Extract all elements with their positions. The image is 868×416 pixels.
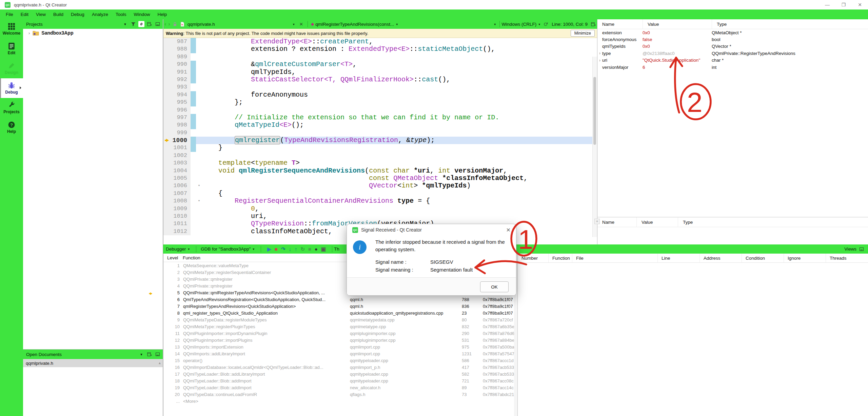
sidebar-item-debug[interactable]: Debug — [0, 78, 23, 98]
open-document-item[interactable]: qqmlprivate.h ▲ — [23, 359, 163, 367]
editor-vertical-scrollbar[interactable] — [592, 57, 597, 237]
dialog-title-bar[interactable]: QC Signal Received - Qt Creator ✕ — [347, 224, 516, 236]
menu-help[interactable]: Help — [154, 12, 171, 17]
code-line[interactable]: 1006▾ QVector<int> *qmlTypeIds) — [163, 182, 597, 190]
menu-view[interactable]: View — [32, 12, 50, 17]
stack-row[interactable]: 17QQmlTypeLoader::Blob::addLibraryImport… — [163, 371, 517, 377]
chevron-down-icon[interactable]: ▾ — [188, 247, 190, 251]
line-number-gutter[interactable]: 1005 — [163, 175, 191, 182]
stack-column-level[interactable]: Level — [163, 255, 183, 260]
views-dropdown-icon[interactable] — [859, 246, 865, 252]
code-line[interactable]: 992 StaticCastSelector<T, QQmlFinalizerH… — [163, 76, 597, 83]
locals-column-name[interactable]: Name — [597, 19, 643, 29]
filter-icon[interactable] — [130, 21, 136, 27]
line-number-gutter[interactable]: 1012 — [163, 228, 191, 235]
debug-engine-selector[interactable]: GDB for "Sandbox3App" — [201, 246, 251, 252]
dialog-close-icon[interactable]: ✕ — [506, 227, 511, 233]
threads-label[interactable]: Th — [334, 246, 339, 252]
line-number-gutter[interactable]: 1002 — [163, 152, 191, 159]
expressions-column-value[interactable]: Value — [636, 217, 678, 227]
sidebar-item-projects[interactable]: Projects — [0, 98, 23, 118]
line-number-gutter[interactable]: 989 — [163, 53, 191, 61]
line-number-gutter[interactable]: 997 — [163, 114, 191, 121]
stop-icon[interactable]: ■ — [275, 246, 278, 252]
code-line[interactable]: 1010 uri, — [163, 213, 597, 220]
menu-analyze[interactable]: Analyze — [88, 12, 112, 17]
menu-edit[interactable]: Edit — [17, 12, 32, 17]
collapse-panel-icon[interactable] — [155, 351, 161, 357]
code-line[interactable]: 1009 0, — [163, 205, 597, 213]
continue-icon[interactable]: ▶ — [267, 246, 271, 252]
line-number-gutter[interactable]: 992 — [163, 76, 191, 83]
stack-row[interactable]: 8qml_register_types_QtQuick_Studio_Appli… — [163, 310, 517, 316]
line-number-gutter[interactable]: 1006 — [163, 182, 191, 190]
stack-row[interactable]: 13QQmlImports::importExtensionqqmlimport… — [163, 343, 517, 350]
forward-icon[interactable]: › — [168, 21, 170, 27]
code-line[interactable]: 987 ExtendedType<E>::createParent, — [163, 38, 597, 45]
open-file-tab[interactable]: qqmlprivate.h — [188, 22, 215, 27]
stack-row[interactable]: 12QQmlPluginImporter::importPluginsqqmlp… — [163, 337, 517, 343]
menu-file[interactable]: File — [2, 12, 17, 17]
line-number-gutter[interactable]: 1003 — [163, 159, 191, 167]
line-number-gutter[interactable]: 993 — [163, 83, 191, 91]
breakpoints-column-address[interactable]: Address — [699, 254, 742, 262]
sidebar-item-help[interactable]: ?Help — [0, 118, 23, 137]
annotate-icon[interactable] — [544, 22, 548, 27]
stack-row[interactable]: 11QQmlPluginImporter::importDynamicPlugi… — [163, 330, 517, 337]
minimize-window-button[interactable]: — — [819, 0, 835, 9]
expand-chevron-icon[interactable]: › — [597, 58, 602, 63]
stack-row[interactable]: 10QQmlMetaType::registerPluginTypesqqmlm… — [163, 323, 517, 330]
close-window-button[interactable]: ✕ — [852, 0, 868, 9]
symbol-dropdown[interactable]: qmlRegisterTypeAndRevisions(const... — [315, 22, 394, 27]
line-number-gutter[interactable]: 998 — [163, 121, 191, 129]
code-line[interactable]: 998 qMetaTypeId<E>(); — [163, 121, 597, 129]
line-number-gutter[interactable]: 1007 — [163, 190, 191, 197]
code-line[interactable]: 1007 { — [163, 190, 597, 197]
locals-column-type[interactable]: Type — [712, 19, 868, 29]
chevron-down-icon[interactable]: ▾ — [494, 22, 496, 26]
breakpoints-column-number[interactable]: Number — [518, 254, 548, 262]
sync-with-editor-icon[interactable] — [138, 21, 144, 27]
sidebar-item-welcome[interactable]: Welcome — [0, 19, 23, 39]
line-number-gutter[interactable]: 1011 — [163, 220, 191, 227]
stack-row[interactable]: 16QQmlImportDatabase::locateLocalQmldir<… — [163, 364, 517, 371]
breakpoints-column-threads[interactable]: Threads — [826, 254, 865, 262]
expand-chevron-icon[interactable]: › — [28, 31, 30, 36]
locals-row[interactable]: extension0x0QMetaObject * — [597, 29, 868, 36]
stack-column-function[interactable]: Function — [183, 255, 200, 260]
code-line[interactable]: 996 — [163, 106, 597, 114]
splitter-handle-icon[interactable]: + — [594, 219, 600, 224]
line-number-gutter[interactable]: 996 — [163, 106, 191, 114]
line-number-gutter[interactable]: 994 — [163, 91, 191, 99]
code-line[interactable]: 1004 void qmlRegisterSequenceAndRevision… — [163, 167, 597, 175]
line-number-gutter[interactable]: 990 — [163, 61, 191, 68]
code-line[interactable]: 988 extension ? extension : ExtendedType… — [163, 45, 597, 53]
code-line[interactable]: 990 &qmlCreateCustomParser<T>, — [163, 61, 597, 68]
minimize-warning-button[interactable]: Minimize — [571, 30, 595, 37]
collapse-panel-icon[interactable] — [155, 21, 161, 27]
restart-icon[interactable]: ↻ — [300, 246, 305, 252]
code-line[interactable]: 993 — [163, 83, 597, 91]
code-line[interactable]: 1008▾ RegisterSequentialContainerAndRevi… — [163, 197, 597, 205]
stack-row[interactable]: 19QQmlTypeLoader::Blob::addImportnew_all… — [163, 384, 517, 391]
stack-row[interactable]: 7qmlRegisterTypesAndRevisions<QuickStudi… — [163, 303, 517, 310]
stack-row[interactable]: 6QmlTypeAndRevisionsRegistration<QuickSt… — [163, 296, 517, 303]
instruction-wise-icon[interactable]: ≡ — [308, 246, 311, 252]
locals-row[interactable]: ›uri"QtQuick.Studio.Application"char * — [597, 57, 868, 64]
perspective-selector[interactable]: Debugger — [166, 246, 186, 252]
code-line[interactable]: 997 // Initialize the extension so that … — [163, 114, 597, 121]
locals-row[interactable]: ›type@0x2138ffaac0QQmlPrivate::RegisterT… — [597, 50, 868, 57]
code-line[interactable]: 1000 qmlregister(TypeAndRevisionsRegistr… — [163, 137, 597, 144]
project-tree-item[interactable]: › Sandbox3App — [23, 29, 163, 37]
chevron-down-icon[interactable]: ▾ — [122, 21, 128, 27]
expressions-column-name[interactable]: Name — [597, 217, 636, 227]
breakpoints-column-file[interactable]: File — [572, 254, 657, 262]
line-number-gutter[interactable]: 991 — [163, 68, 191, 76]
breakpoints-column-ignore[interactable]: Ignore — [784, 254, 826, 262]
code-editor[interactable]: 987 ExtendedType<E>::createParent,988 ex… — [163, 38, 597, 237]
code-line[interactable]: 1001 } — [163, 144, 597, 152]
split-panel-icon[interactable] — [146, 351, 153, 357]
locals-row[interactable]: qmlTypeIds0x0QVector * — [597, 43, 868, 50]
sidebar-item-design[interactable]: Design — [0, 59, 23, 78]
menu-build[interactable]: Build — [50, 12, 67, 17]
